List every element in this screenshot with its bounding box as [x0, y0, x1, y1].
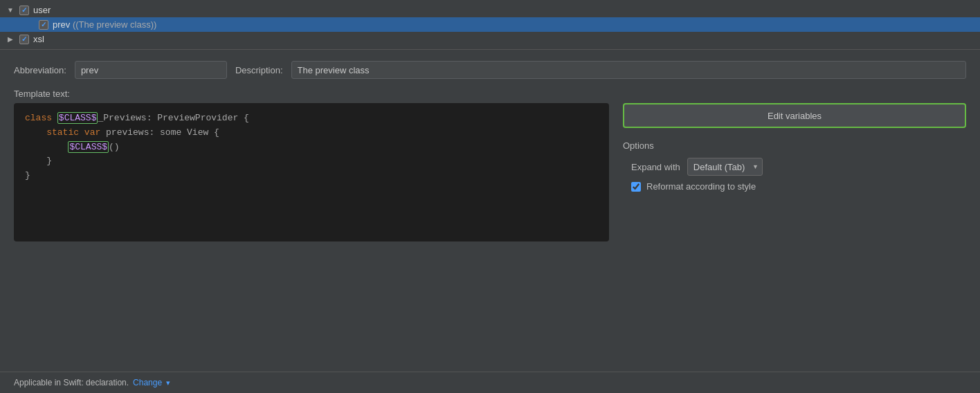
checkbox-user[interactable]	[19, 6, 29, 15]
content-row: class $CLASS$_Previews: PreviewProvider …	[14, 103, 966, 241]
checkbox-prev[interactable]	[39, 20, 48, 30]
code-editor[interactable]: class $CLASS$_Previews: PreviewProvider …	[14, 103, 609, 241]
abbreviation-label: Abbreviation:	[14, 65, 66, 75]
options-section: Options Expand with Default (Tab) Tab En…	[623, 140, 966, 192]
chevron-right-icon: ▶	[6, 35, 15, 43]
tree-label-user: user	[33, 5, 51, 15]
chevron-down-icon: ▼	[6, 6, 15, 14]
code-line-1: class $CLASS$_Previews: PreviewProvider …	[25, 111, 598, 126]
chevron-down-icon: ▾	[166, 378, 170, 387]
tree-row-user[interactable]: ▼ user	[0, 3, 980, 17]
code-line-4: }	[25, 154, 598, 169]
tree-row-prev[interactable]: prev ((The preview class))	[0, 17, 980, 32]
change-link[interactable]: Change	[133, 378, 162, 387]
expand-with-label: Expand with	[631, 162, 680, 172]
expand-with-select-wrapper: Default (Tab) Tab Enter Space	[687, 158, 763, 176]
abbreviation-input[interactable]	[75, 61, 227, 79]
details-section: Abbreviation: Description: Template text…	[0, 50, 980, 372]
reformat-checkbox[interactable]	[631, 182, 641, 192]
reformat-label: Reformat according to style	[646, 181, 756, 192]
tree-label-xsl: xsl	[33, 34, 44, 44]
tree-row-xsl[interactable]: ▶ xsl	[0, 32, 980, 46]
description-label: Description:	[235, 65, 283, 75]
options-title: Options	[623, 140, 966, 151]
footer-section: Applicable in Swift: declaration. Change…	[0, 372, 980, 393]
expand-with-select[interactable]: Default (Tab) Tab Enter Space	[687, 158, 763, 176]
form-row-abbrev-desc: Abbreviation: Description:	[14, 61, 966, 79]
checkbox-xsl[interactable]	[19, 35, 29, 44]
tree-label-prev: prev ((The preview class))	[53, 19, 156, 30]
applicable-text: Applicable in Swift: declaration.	[14, 378, 129, 387]
tree-section: ▼ user prev ((The preview class)) ▶ xsl	[0, 0, 980, 50]
expand-with-row: Expand with Default (Tab) Tab Enter Spac…	[623, 158, 966, 176]
edit-variables-button[interactable]: Edit variables	[623, 103, 966, 128]
right-panel: Edit variables Options Expand with Defau…	[623, 103, 966, 192]
description-input[interactable]	[291, 61, 966, 79]
code-line-3: $CLASS$()	[25, 140, 598, 155]
reformat-row: Reformat according to style	[623, 181, 966, 192]
code-line-2: static var previews: some View {	[25, 126, 598, 140]
code-line-5: }	[25, 169, 598, 183]
template-label: Template text:	[14, 89, 966, 99]
